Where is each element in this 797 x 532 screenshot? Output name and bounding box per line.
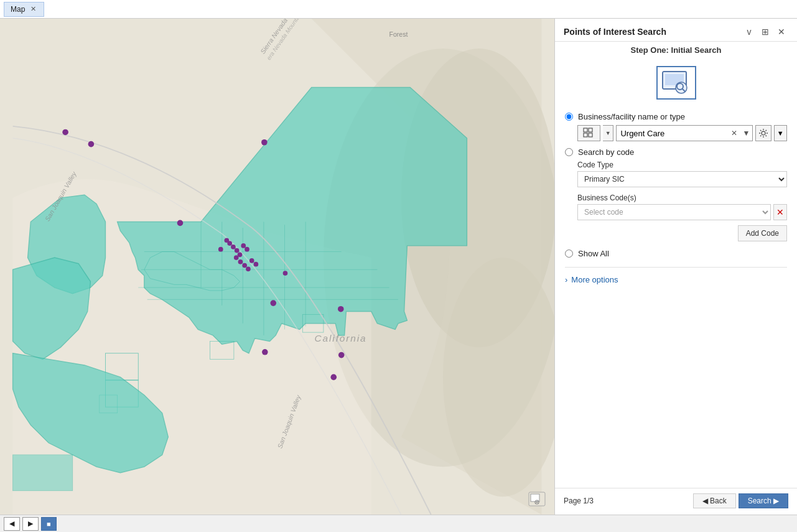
expand-arrow: ▼ xyxy=(777,129,784,137)
search-row: ▼ ✕ ▼ ▼ xyxy=(577,125,787,141)
radio-business[interactable] xyxy=(565,113,573,121)
code-type-select[interactable]: Primary SIC xyxy=(577,171,787,187)
business-code-select[interactable]: Select code xyxy=(577,204,771,220)
search-input-wrap: ✕ ▼ xyxy=(616,125,753,141)
page-info: Page 1/3 xyxy=(564,497,594,505)
code-clear-icon: ✕ xyxy=(776,207,784,217)
svg-rect-62 xyxy=(589,133,592,137)
gear-icon xyxy=(758,128,768,138)
svg-point-31 xyxy=(231,245,236,250)
panel-pin-button[interactable]: ⊞ xyxy=(758,25,772,39)
step-title: Step One: Initial Search xyxy=(555,42,797,57)
business-codes-row: Select code ✕ xyxy=(577,204,787,220)
svg-rect-60 xyxy=(589,128,592,132)
bottom-btn-1[interactable]: ◀ xyxy=(4,517,20,531)
map-svg: Sierra Nevada Mountains era Nevada Mount… xyxy=(0,19,554,515)
svg-point-40 xyxy=(242,263,247,268)
nav-buttons: ◀ Back Search ▶ xyxy=(693,493,788,508)
business-codes-label: Business Code(s) xyxy=(577,194,787,202)
svg-point-38 xyxy=(234,255,239,260)
map-page-indicator xyxy=(528,492,546,508)
svg-point-53 xyxy=(536,502,538,503)
radio-show-all[interactable] xyxy=(565,250,573,258)
search-input[interactable] xyxy=(617,129,729,138)
grid-dropdown-button[interactable]: ▼ xyxy=(603,125,614,141)
svg-point-48 xyxy=(338,352,345,358)
map-tab[interactable]: Map ✕ xyxy=(4,2,44,17)
svg-point-39 xyxy=(238,259,243,264)
panel-body: Business/facility name or type ▼ xyxy=(555,106,797,488)
tab-label: Map xyxy=(11,5,25,14)
more-options-chevron-icon: › xyxy=(565,275,567,284)
svg-point-41 xyxy=(246,267,251,272)
panel-icon xyxy=(661,70,691,95)
radio-code-label[interactable]: Search by code xyxy=(578,147,634,157)
svg-rect-61 xyxy=(584,133,587,137)
svg-point-46 xyxy=(338,306,344,312)
title-bar: Map ✕ xyxy=(0,0,797,19)
grid-dropdown-arrow: ▼ xyxy=(605,130,611,136)
tab-close-button[interactable]: ✕ xyxy=(29,5,37,14)
search-button[interactable]: Search ▶ xyxy=(739,493,788,508)
panel-header: Points of Interest Search v ⊞ ✕ xyxy=(555,19,797,42)
svg-point-36 xyxy=(225,238,230,243)
panel-close-button[interactable]: ✕ xyxy=(775,25,788,39)
svg-point-27 xyxy=(88,141,95,147)
bottom-btn-2[interactable]: ▶ xyxy=(22,517,39,531)
divider xyxy=(565,267,787,268)
radio-show-all-label[interactable]: Show All xyxy=(578,249,609,258)
radio-show-all-row: Show All xyxy=(565,249,787,258)
svg-point-29 xyxy=(177,220,184,226)
back-button[interactable]: ◀ Back xyxy=(693,493,736,508)
panel-icon-area xyxy=(555,57,797,106)
search-dropdown-button[interactable]: ▼ xyxy=(740,129,752,138)
svg-point-44 xyxy=(283,271,288,276)
svg-point-37 xyxy=(218,247,223,252)
svg-point-45 xyxy=(270,300,276,306)
add-code-button[interactable]: Add Code xyxy=(738,225,787,241)
search-icon-box xyxy=(656,66,696,100)
panel-footer: Page 1/3 ◀ Back Search ▶ xyxy=(555,488,797,515)
svg-point-35 xyxy=(245,247,249,252)
radio-business-row: Business/facility name or type xyxy=(565,112,787,121)
main-content: Sierra Nevada Mountains era Nevada Mount… xyxy=(0,19,797,515)
svg-point-42 xyxy=(249,258,254,263)
panel-title: Points of Interest Search xyxy=(564,27,666,37)
svg-point-43 xyxy=(254,262,259,267)
bottom-bar: ◀ ▶ ■ xyxy=(0,515,797,532)
svg-point-63 xyxy=(762,131,765,135)
bottom-btn-3[interactable]: ■ xyxy=(41,517,57,531)
svg-point-32 xyxy=(235,248,240,253)
svg-point-49 xyxy=(330,374,337,380)
svg-point-28 xyxy=(261,139,268,146)
grid-icon xyxy=(583,128,594,139)
panel-collapse-button[interactable]: v xyxy=(742,25,756,39)
code-clear-button[interactable]: ✕ xyxy=(773,204,787,220)
radio-code[interactable] xyxy=(565,148,573,156)
map-area[interactable]: Sierra Nevada Mountains era Nevada Mount… xyxy=(0,19,554,515)
grid-view-button[interactable] xyxy=(577,125,600,141)
svg-point-34 xyxy=(241,243,246,248)
svg-text:California: California xyxy=(315,333,367,343)
svg-point-47 xyxy=(262,349,268,355)
svg-text:Forest: Forest xyxy=(389,30,408,38)
svg-rect-59 xyxy=(584,128,587,132)
svg-rect-19 xyxy=(13,455,73,491)
more-options-row[interactable]: › More options xyxy=(565,273,787,287)
search-clear-button[interactable]: ✕ xyxy=(729,129,740,138)
right-panel: Points of Interest Search v ⊞ ✕ Step One… xyxy=(554,19,797,515)
more-options-label: More options xyxy=(571,275,618,284)
svg-point-26 xyxy=(62,129,68,136)
radio-code-row: Search by code xyxy=(565,147,787,157)
expand-button[interactable]: ▼ xyxy=(774,125,787,141)
gear-button[interactable] xyxy=(755,125,771,141)
panel-header-controls: v ⊞ ✕ xyxy=(742,25,788,39)
radio-business-label[interactable]: Business/facility name or type xyxy=(578,112,685,121)
code-type-label: Code Type xyxy=(577,161,787,169)
